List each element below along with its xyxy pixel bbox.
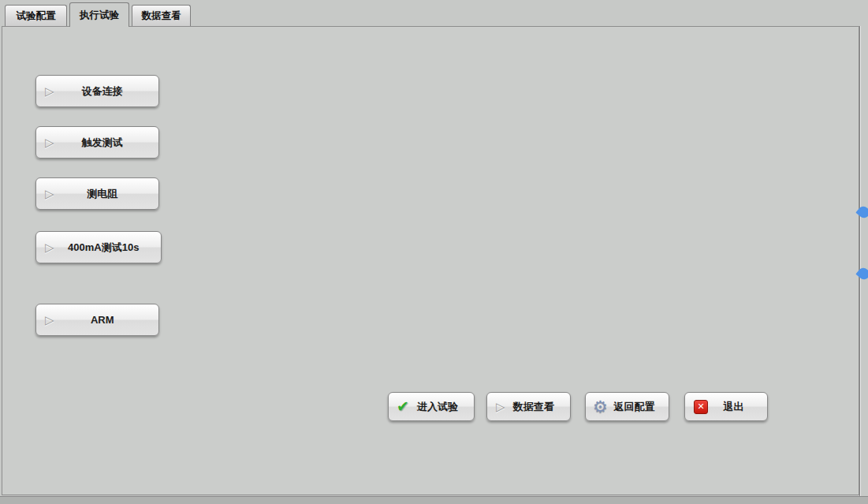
button-label: 返回配置 <box>608 400 669 414</box>
data-view-button[interactable]: ▷ 数据查看 <box>486 392 571 421</box>
bottom-strip <box>0 496 868 504</box>
measure-resistance-button[interactable]: ▷ 测电阻 <box>35 177 159 210</box>
button-label: 400mA测试10s <box>54 241 161 255</box>
device-connect-button[interactable]: ▷ 设备连接 <box>35 75 159 107</box>
app-window: 试验配置 执行试验 数据查看 JEBOOL ▷ 设备连接 ▷ 触发测试 ▷ 测电… <box>0 0 868 504</box>
button-label: 触发测试 <box>54 136 158 150</box>
tab-test-config[interactable]: 试验配置 <box>5 5 67 26</box>
test-400ma-button[interactable]: ▷ 400mA测试10s <box>35 231 162 263</box>
arm-button[interactable]: ▷ ARM <box>35 304 159 336</box>
tab-label: 执行试验 <box>80 9 119 22</box>
window-right-highlight <box>860 26 861 496</box>
return-config-button[interactable]: ⚙ 返回配置 <box>585 392 669 421</box>
play-triangle-icon: ▷ <box>45 85 54 97</box>
play-triangle-icon: ▷ <box>45 314 54 326</box>
trigger-test-button[interactable]: ▷ 触发测试 <box>35 126 159 159</box>
button-label: ARM <box>54 314 158 326</box>
check-icon: ✔ <box>397 398 409 416</box>
button-label: 退出 <box>708 400 767 414</box>
tab-label: 数据查看 <box>142 9 181 23</box>
gear-icon: ⚙ <box>593 398 608 416</box>
tab-execute-test[interactable]: 执行试验 <box>69 2 129 27</box>
tab-label: 试验配置 <box>17 9 56 23</box>
enter-test-button[interactable]: ✔ 进入试验 <box>388 392 475 421</box>
play-triangle-icon: ▷ <box>496 401 505 413</box>
tab-data-view[interactable]: 数据查看 <box>132 5 191 26</box>
button-label: 进入试验 <box>409 400 474 414</box>
button-label: 测电阻 <box>54 187 158 201</box>
play-triangle-icon: ▷ <box>45 136 54 148</box>
button-label: 设备连接 <box>54 84 158 99</box>
close-icon: ✕ <box>694 400 708 414</box>
play-triangle-icon: ▷ <box>45 188 54 200</box>
exit-button[interactable]: ✕ 退出 <box>684 392 768 421</box>
button-label: 数据查看 <box>505 400 570 414</box>
play-triangle-icon: ▷ <box>45 241 54 253</box>
